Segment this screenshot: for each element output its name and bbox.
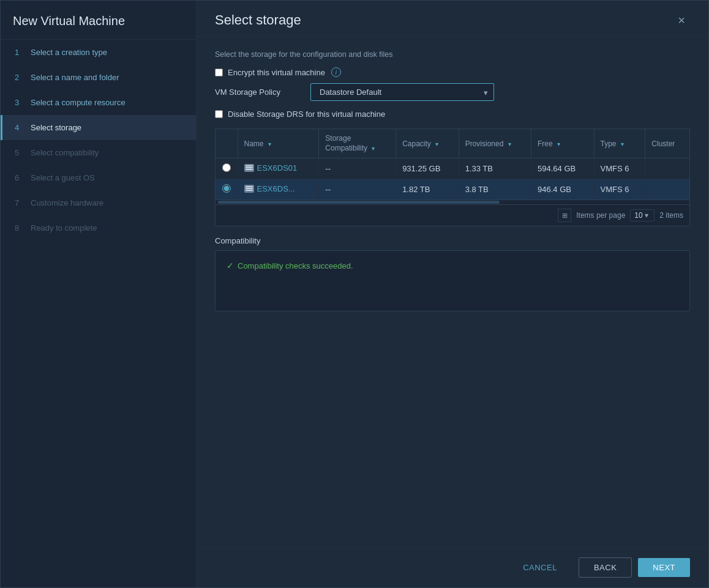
cell-cluster-1: [645, 179, 689, 200]
sidebar-item-label-1: Select a creation type: [31, 48, 107, 57]
subtitle: Select the storage for the configuration…: [215, 50, 690, 59]
compatibility-section: Compatibility ✓ Compatibility checks suc…: [215, 236, 690, 311]
col-cluster: Cluster: [645, 129, 689, 158]
cell-type-0: VMFS 6: [594, 158, 645, 179]
dialog-footer: CANCEL BACK NEXT: [197, 547, 708, 587]
scrollbar-track: [218, 201, 687, 204]
disable-drs-row: Disable Storage DRS for this virtual mac…: [215, 110, 690, 119]
ds-name-0[interactable]: ESX6DS01: [257, 163, 298, 173]
sidebar-title: New Virtual Machine: [1, 1, 196, 40]
disable-drs-label[interactable]: Disable Storage DRS for this virtual mac…: [228, 110, 385, 119]
step-num-7: 7: [15, 198, 24, 207]
cell-capacity-1: 1.82 TB: [396, 179, 459, 200]
col-storage-compat[interactable]: StorageCompatibility ▾: [319, 129, 396, 158]
sidebar-item-storage[interactable]: 4 Select storage: [1, 115, 196, 140]
close-button[interactable]: ×: [673, 12, 690, 29]
policy-label: VM Storage Policy: [215, 87, 301, 97]
col-type[interactable]: Type ▾: [594, 129, 645, 158]
step-num-5: 5: [15, 148, 24, 157]
compatibility-message: Compatibility checks succeeded.: [238, 261, 353, 270]
col-compat-label: StorageCompatibility: [325, 134, 367, 152]
info-icon[interactable]: i: [331, 67, 341, 77]
per-page-select-wrapper: 10: [630, 209, 655, 221]
sidebar-item-compute[interactable]: 3 Select a compute resource: [1, 90, 196, 115]
main-header: Select storage ×: [197, 1, 708, 37]
back-button[interactable]: BACK: [579, 557, 632, 578]
col-radio: [216, 129, 238, 158]
col-capacity-label: Capacity: [402, 140, 431, 148]
scrollbar-row: [216, 199, 689, 204]
sidebar-item-name-folder[interactable]: 2 Select a name and folder: [1, 65, 196, 90]
col-type-filter[interactable]: ▾: [621, 141, 624, 147]
cell-cluster-0: [645, 158, 689, 179]
per-page-select[interactable]: 10: [630, 209, 655, 221]
cell-free-0: 594.64 GB: [531, 158, 595, 179]
sidebar-item-label-5: Select compatibility: [31, 148, 99, 157]
step-num-3: 3: [15, 98, 24, 107]
scrollbar-thumb[interactable]: [218, 201, 500, 204]
col-compat-filter[interactable]: ▾: [372, 145, 375, 152]
col-provisioned[interactable]: Provisioned ▾: [459, 129, 531, 158]
table-body: ESX6DS01 -- 931.25 GB 1.33 TB 594.64 GB …: [216, 158, 689, 200]
storage-table: Name ▾ StorageCompatibility ▾ Capacity ▾: [216, 129, 689, 199]
step-num-1: 1: [15, 48, 24, 57]
table-footer: ⊞ Items per page 10 2 items: [216, 204, 689, 226]
sidebar-item-ready: 8 Ready to complete: [1, 215, 196, 240]
encrypt-checkbox[interactable]: [215, 69, 223, 76]
col-free-filter[interactable]: ▾: [557, 141, 560, 147]
col-name-label: Name: [244, 140, 264, 148]
sidebar-item-label-8: Ready to complete: [31, 223, 97, 233]
sidebar-item-label-3: Select a compute resource: [31, 98, 126, 107]
radio-cell-0[interactable]: [216, 158, 238, 179]
items-per-page-label: Items per page: [576, 211, 625, 220]
col-free[interactable]: Free ▾: [531, 129, 595, 158]
sidebar-item-label-4: Select storage: [31, 123, 81, 132]
col-capacity[interactable]: Capacity ▾: [396, 129, 459, 158]
sidebar-item-guest-os: 6 Select a guest OS: [1, 165, 196, 190]
cell-name-0: ESX6DS01: [238, 158, 319, 179]
table-row[interactable]: ESX6DS... -- 1.82 TB 3.8 TB 946.4 GB VMF…: [216, 179, 689, 200]
col-name[interactable]: Name ▾: [238, 129, 319, 158]
col-provisioned-filter[interactable]: ▾: [508, 141, 511, 147]
encrypt-label[interactable]: Encrypt this virtual machine: [228, 68, 325, 77]
radio-ds-1[interactable]: [222, 184, 231, 193]
cell-type-1: VMFS 6: [594, 179, 645, 200]
new-vm-dialog: New Virtual Machine 1 Select a creation …: [0, 0, 709, 588]
cancel-button[interactable]: CANCEL: [508, 557, 572, 578]
ds-name-1[interactable]: ESX6DS...: [257, 184, 295, 193]
cell-provisioned-0: 1.33 TB: [459, 158, 531, 179]
col-toggle-button[interactable]: ⊞: [558, 209, 571, 222]
radio-ds-0[interactable]: [222, 163, 231, 172]
table-row[interactable]: ESX6DS01 -- 931.25 GB 1.33 TB 594.64 GB …: [216, 158, 689, 179]
cell-name-1: ESX6DS...: [238, 179, 319, 200]
main-content: Select storage × Select the storage for …: [197, 1, 708, 587]
step-num-2: 2: [15, 73, 24, 82]
sidebar-item-label-7: Customize hardware: [31, 198, 103, 207]
radio-cell-1[interactable]: [216, 179, 238, 200]
table-header-row: Name ▾ StorageCompatibility ▾ Capacity ▾: [216, 129, 689, 158]
sidebar-item-label-2: Select a name and folder: [31, 73, 119, 82]
step-num-4: 4: [15, 123, 24, 132]
col-name-filter[interactable]: ▾: [268, 141, 271, 147]
storage-table-wrapper: Name ▾ StorageCompatibility ▾ Capacity ▾: [215, 128, 690, 226]
compatibility-label: Compatibility: [215, 236, 690, 245]
col-type-label: Type: [601, 140, 617, 148]
sidebar-item-compatibility: 5 Select compatibility: [1, 140, 196, 165]
cell-free-1: 946.4 GB: [531, 179, 595, 200]
total-items: 2 items: [659, 211, 683, 220]
encrypt-row: Encrypt this virtual machine i: [215, 67, 690, 77]
col-capacity-filter[interactable]: ▾: [435, 141, 438, 147]
cell-compat-1: --: [319, 179, 396, 200]
next-button[interactable]: NEXT: [638, 558, 690, 577]
step-num-8: 8: [15, 223, 24, 233]
compatibility-box: ✓ Compatibility checks succeeded.: [215, 250, 690, 311]
cell-capacity-0: 931.25 GB: [396, 158, 459, 179]
policy-select-wrapper: Datastore Default: [310, 83, 494, 101]
policy-select[interactable]: Datastore Default: [310, 83, 494, 101]
col-free-label: Free: [538, 140, 553, 148]
check-icon: ✓: [227, 261, 234, 270]
step-num-6: 6: [15, 173, 24, 182]
col-cluster-label: Cluster: [651, 140, 675, 148]
disable-drs-checkbox[interactable]: [215, 110, 223, 118]
sidebar-item-creation-type[interactable]: 1 Select a creation type: [1, 40, 196, 65]
